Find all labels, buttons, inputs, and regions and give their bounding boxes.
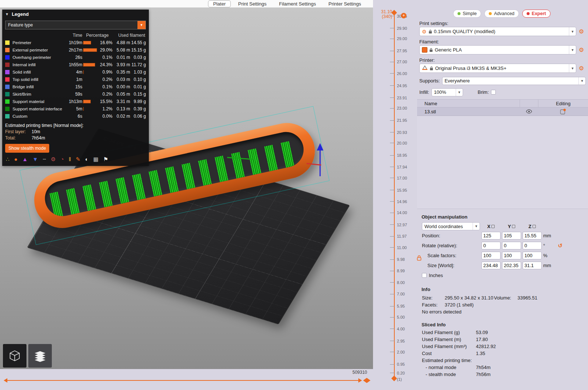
feature-weight: 1.03 g [130, 70, 146, 75]
layer-tick: 21.95 [390, 118, 407, 123]
layer-tick: 24.95 [390, 84, 407, 88]
deretractions-icon[interactable]: ▼ [32, 156, 38, 163]
chevron-down-icon[interactable]: ▼ [569, 27, 576, 36]
chevron-down-icon[interactable]: ▼ [578, 77, 585, 85]
sliced-info-row: Used Filament (mm³) 42812.92 [417, 343, 588, 350]
sliced-value: 1.35 [476, 351, 588, 356]
chevron-down-icon[interactable]: ▼ [569, 64, 576, 72]
filament-row: Generic PLA ▼ ⚙ [419, 45, 586, 54]
legend-pin-icon[interactable]: ⚑ [103, 156, 108, 163]
mode-simple-button[interactable]: Simple [453, 10, 481, 18]
sliced-info-row: Used Filament (g) 53.09 [417, 329, 588, 336]
collapse-icon[interactable]: ▼ [5, 12, 9, 16]
position-z-input[interactable] [523, 232, 542, 240]
retractions-icon[interactable]: ▲ [22, 156, 28, 163]
viewport-3d[interactable]: ORIGINAL PRUSA i3 MK3 by Josef Prusa ▼ L… [0, 8, 373, 369]
feature-length: 3.31 m [112, 99, 130, 104]
facets-label: Facets: [422, 302, 445, 308]
edit-print-settings-icon[interactable]: ⚙ [577, 28, 586, 35]
shells-icon[interactable]: ◐ [85, 156, 89, 163]
tick-mark [390, 39, 395, 39]
chevron-down-icon[interactable]: ▼ [473, 223, 480, 230]
layer-tick-label: 20.93 [397, 130, 407, 135]
color-changes-icon[interactable]: ◔ [61, 156, 64, 163]
edit-filament-icon[interactable]: ⚙ [577, 46, 586, 53]
size-y-input[interactable] [502, 262, 521, 269]
filament-select[interactable]: Generic PLA ▼ [419, 45, 576, 54]
custom-gcodes-icon[interactable]: ✎ [76, 156, 80, 163]
feature-color-swatch [5, 63, 10, 67]
object-list-row[interactable]: 13.stl [417, 107, 588, 116]
3d-view-button[interactable] [3, 344, 26, 368]
tab-printer-settings[interactable]: Printer Settings [323, 0, 366, 7]
feature-length: 0.02 m [112, 114, 130, 119]
layers-view-button[interactable] [28, 344, 52, 368]
seams-icon[interactable]: ┄ [43, 156, 46, 163]
edit-object-icon[interactable] [538, 109, 588, 114]
feature-percentage: 0.1% [97, 55, 112, 60]
tab-plater[interactable]: Plater [208, 0, 231, 7]
eye-icon[interactable] [520, 109, 538, 114]
edit-printer-icon[interactable]: ⚙ [577, 65, 586, 72]
size-z-input[interactable] [523, 262, 542, 269]
chevron-down-icon[interactable]: ▼ [456, 89, 463, 96]
tick-mark [390, 224, 395, 225]
legend-row: Custom 6s 0.0% 0.02 m 0.06 g [2, 113, 149, 120]
horizontal-move-slider[interactable] [4, 378, 370, 383]
supports-label: Supports: [419, 78, 440, 84]
wireframe-icon[interactable]: ▦ [93, 156, 98, 163]
tool-changes-icon[interactable]: ⚙ [51, 156, 55, 163]
rotate-y-input[interactable] [502, 242, 521, 249]
inches-checkbox[interactable] [422, 273, 427, 278]
supports-select[interactable]: Everywhere ▼ [442, 77, 586, 85]
tick-mark [390, 143, 395, 143]
chevron-down-icon[interactable]: ▼ [569, 46, 576, 54]
tab-print-settings[interactable]: Print Settings [233, 0, 272, 7]
scale-x-input[interactable] [481, 252, 501, 259]
chevron-down-icon[interactable]: ▼ [137, 21, 146, 29]
coordinates-select[interactable]: World coordinates ▼ [422, 222, 480, 230]
add-color-change-icon[interactable]: + [401, 13, 406, 18]
view-type-select[interactable]: Feature type ▼ [5, 21, 146, 29]
travels-icon[interactable]: ∴ [6, 156, 10, 163]
slider-left-arrow-icon[interactable] [4, 378, 7, 383]
position-x-input[interactable] [481, 232, 501, 240]
printer-select[interactable]: Original Prusa i3 MK3S & MK3S+ ▼ [419, 64, 576, 73]
column-divider [520, 100, 538, 107]
rotate-x-input[interactable] [481, 242, 501, 249]
infill-brim-row: Infill: 100% ▼ Brim: [419, 88, 586, 96]
print-settings-select[interactable]: ⚙ 0.15mm QUALITY (modified) ▼ [419, 27, 576, 36]
pause-prints-icon[interactable]: ‖ [69, 156, 71, 163]
layer-tick: 0.95 [390, 362, 405, 366]
layer-tick: 18.95 [390, 153, 407, 157]
wipe-icon[interactable]: ● [14, 156, 18, 163]
brim-checkbox[interactable] [491, 90, 496, 95]
feature-length: 0.35 m [112, 70, 130, 75]
feature-length: 0.01 m [112, 55, 130, 60]
size-x-input[interactable] [481, 262, 501, 269]
infill-select[interactable]: 100% ▼ [431, 88, 463, 96]
feature-color-swatch [5, 99, 10, 104]
feature-time: 26s [68, 55, 82, 60]
horizontal-slider-handle[interactable] [363, 378, 370, 383]
layer-tick-label: 29.00 [397, 36, 407, 41]
scale-y-input[interactable] [502, 252, 521, 259]
legend-toolbar: ∴●▲▼┄⚙◔‖✎◐▦⚑ [2, 153, 149, 166]
layer-tick-label: 17.94 [397, 165, 407, 169]
tab-filament-settings[interactable]: Filament Settings [274, 0, 321, 7]
position-y-input[interactable] [502, 232, 521, 240]
layer-slider-track[interactable] [394, 13, 395, 380]
horizontal-slider-track[interactable] [7, 380, 358, 381]
object-list-empty-area[interactable] [417, 116, 588, 209]
mode-expert-button[interactable]: Expert [522, 10, 551, 18]
stealth-mode-button[interactable]: Show stealth mode [5, 144, 49, 153]
legend-header[interactable]: ▼ Legend [2, 10, 149, 18]
layer-tick: 4.00 [390, 327, 405, 331]
layer-slider-handle-bottom[interactable] [391, 376, 397, 382]
rotate-z-input[interactable] [523, 242, 542, 249]
reset-rotation-icon[interactable]: ↺ [558, 242, 564, 249]
slider-right-arrow-icon[interactable] [358, 378, 362, 383]
layer-tick-label: 4.00 [397, 327, 405, 331]
mode-advanced-button[interactable]: Advanced [484, 10, 519, 18]
scale-z-input[interactable] [523, 252, 542, 259]
